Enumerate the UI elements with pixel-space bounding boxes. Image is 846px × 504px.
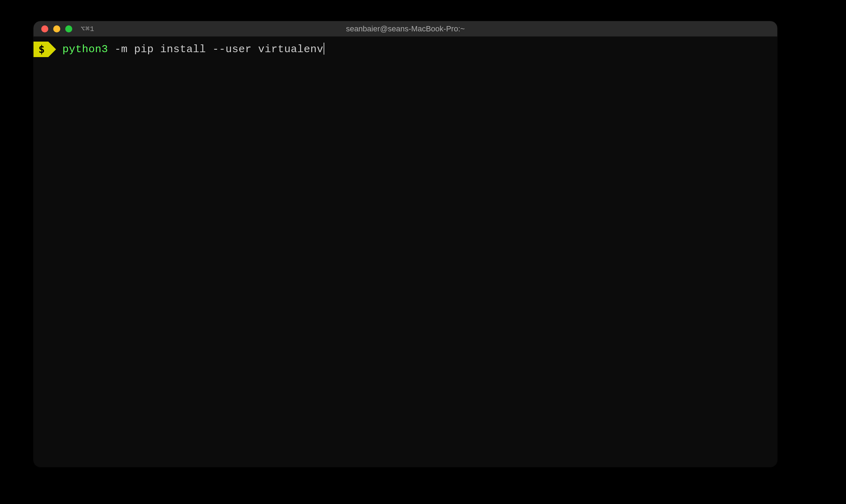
tab-indicator: ⌥⌘1 — [81, 24, 94, 33]
prompt-symbol: $ — [33, 42, 48, 57]
maximize-button[interactable] — [65, 25, 72, 32]
terminal-window[interactable]: ⌥⌘1 seanbaier@seans-MacBook-Pro:~ $ pyth… — [33, 21, 777, 467]
traffic-lights — [33, 25, 72, 32]
minimize-button[interactable] — [53, 25, 60, 32]
titlebar[interactable]: ⌥⌘1 seanbaier@seans-MacBook-Pro:~ — [33, 21, 777, 37]
command-input[interactable]: python3 -m pip install --user virtualenv — [62, 42, 324, 57]
desktop: ⌥⌘1 seanbaier@seans-MacBook-Pro:~ $ pyth… — [0, 0, 846, 504]
command-executable: python3 — [62, 43, 108, 55]
command-args: -m pip install --user virtualenv — [108, 43, 324, 55]
prompt-symbol-text: $ — [38, 42, 45, 57]
close-button[interactable] — [41, 25, 48, 32]
terminal-body[interactable]: $ python3 -m pip install --user virtuale… — [33, 37, 777, 467]
window-title: seanbaier@seans-MacBook-Pro:~ — [346, 24, 465, 33]
prompt-line: $ python3 -m pip install --user virtuale… — [33, 42, 777, 57]
text-cursor — [324, 43, 324, 55]
